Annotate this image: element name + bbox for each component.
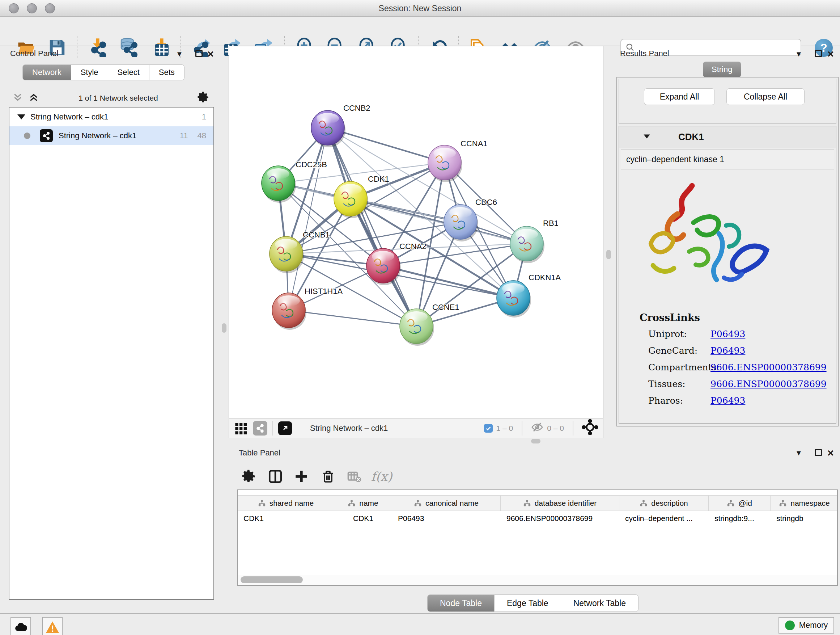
network-edge[interactable] — [289, 310, 416, 326]
crosslink-link[interactable]: P06493 — [711, 345, 745, 356]
table-cell[interactable]: CDK1 — [334, 511, 392, 526]
expand-all-button[interactable]: Expand All — [644, 88, 715, 105]
network-options-gear-icon[interactable] — [197, 91, 210, 105]
tab-string[interactable]: String — [703, 62, 741, 78]
column-header-name[interactable]: name — [334, 496, 392, 511]
node-table[interactable]: shared namenamecanonical namedatabase id… — [237, 489, 838, 586]
main-toolbar: ? — [0, 17, 840, 46]
tab-network-table[interactable]: Network Table — [561, 594, 638, 612]
results-panel-close-icon[interactable]: ✕ — [827, 49, 834, 59]
cloud-status-button[interactable] — [11, 617, 31, 635]
birds-eye-view-icon[interactable] — [234, 421, 248, 435]
table-hscrollbar[interactable] — [238, 575, 837, 585]
crosslink-link[interactable]: 9606.ENSP00000378699 — [711, 362, 827, 372]
protein-structure-image — [635, 179, 776, 313]
table-panel-float-icon[interactable] — [815, 449, 822, 456]
import-table-icon[interactable] — [151, 36, 173, 59]
tab-node-table[interactable]: Node Table — [427, 594, 494, 612]
crosslink-label: Compartments: — [648, 362, 720, 372]
node-label-CDC25B: CDC25B — [295, 160, 327, 169]
tab-select[interactable]: Select — [108, 65, 149, 80]
graph-view-icon[interactable] — [253, 421, 267, 435]
open-in-new-window-icon[interactable] — [278, 421, 292, 435]
network-edge[interactable] — [328, 128, 445, 163]
import-database-icon[interactable] — [117, 36, 139, 59]
crosslinks-title: CrossLinks — [639, 312, 700, 323]
table-cell[interactable]: stringdb — [771, 511, 838, 526]
control-panel-close-icon[interactable]: ✕ — [207, 49, 214, 59]
delete-column-trash-icon[interactable] — [317, 466, 339, 486]
warning-icon — [45, 620, 60, 635]
column-header-namespace[interactable]: namespace — [771, 496, 838, 511]
network-row[interactable]: String Network – cdk1 11 48 — [9, 126, 213, 145]
cloud-icon — [14, 620, 28, 635]
table-panel-title: Table Panel — [239, 448, 280, 458]
tab-style[interactable]: Style — [71, 65, 108, 80]
tab-sets[interactable]: Sets — [149, 65, 185, 80]
column-header-canonicalname[interactable]: canonical name — [392, 496, 501, 511]
network-node-CDC25B[interactable] — [262, 166, 296, 203]
warning-status-button[interactable] — [42, 617, 63, 635]
show-columns-icon[interactable] — [265, 466, 286, 486]
network-node-CCNE1[interactable] — [400, 309, 434, 346]
node-label-CDKN1A: CDKN1A — [529, 273, 561, 282]
network-collection-row[interactable]: String Network – cdk1 1 — [9, 108, 213, 126]
network-node-CCNB2[interactable] — [311, 111, 346, 147]
protein-caret-icon[interactable] — [642, 132, 652, 143]
bottom-splitter-handle[interactable] — [531, 439, 540, 443]
network-view-title: String Network – cdk1 — [310, 424, 388, 433]
string-network-graph[interactable]: CCNB2CCNA1CDC25BCDK1CDC6RB1CCNB1CCNA2CDK… — [229, 46, 603, 418]
node-label-RB1: RB1 — [543, 219, 559, 228]
network-node-CDC6[interactable] — [444, 204, 478, 241]
table-hscrollbar-thumb[interactable] — [240, 576, 303, 583]
network-edge[interactable] — [328, 128, 416, 326]
network-canvas[interactable]: CCNB2CCNA1CDC25BCDK1CDC6RB1CCNB1CCNA2CDK… — [229, 46, 603, 418]
results-panel-menu-icon[interactable]: ▼ — [795, 50, 802, 58]
title-bar[interactable]: Session: New Session — [0, 0, 840, 17]
network-node-HIST1H1A[interactable] — [272, 293, 306, 330]
fit-content-crosshair-icon[interactable] — [582, 419, 598, 437]
network-edge[interactable] — [289, 128, 328, 310]
table-panel-menu-icon[interactable]: ▼ — [795, 449, 802, 457]
network-node-CCNA1[interactable] — [428, 145, 462, 182]
node-label-CCNE1: CCNE1 — [432, 302, 459, 312]
expand-all-chevron-icon[interactable] — [28, 92, 39, 105]
column-header-id[interactable]: @id — [709, 496, 771, 511]
crosslink-label: Tissues: — [648, 379, 685, 389]
collapse-all-chevron-icon[interactable] — [12, 92, 23, 105]
control-panel-menu-icon[interactable]: ▼ — [176, 50, 183, 58]
results-panel-float-icon[interactable] — [815, 50, 822, 57]
collapse-all-button[interactable]: Collapse All — [726, 88, 805, 105]
protein-description: cyclin–dependent kinase 1 — [621, 149, 834, 169]
crosslink-link[interactable]: P06493 — [711, 329, 745, 339]
network-node-RB1[interactable] — [510, 226, 545, 263]
create-column-plus-icon[interactable] — [291, 466, 312, 486]
network-node-CDKN1A[interactable] — [497, 280, 531, 318]
table-cell[interactable]: 9606.ENSP00000378699 — [501, 511, 619, 526]
selected-node-edge-counts: 1 – 0 — [496, 424, 513, 432]
tab-network[interactable]: Network — [22, 65, 71, 80]
crosslink-link[interactable]: P06493 — [711, 395, 745, 406]
table-cell[interactable]: CDK1 — [238, 511, 334, 526]
table-panel-close-icon[interactable]: ✕ — [827, 448, 834, 458]
results-panel-title: Results Panel — [620, 49, 669, 58]
table-cell[interactable]: P06493 — [392, 511, 501, 526]
left-splitter-handle[interactable] — [222, 323, 226, 333]
table-settings-gear-icon[interactable] — [239, 466, 260, 486]
collection-caret-icon[interactable] — [17, 114, 25, 119]
memory-button[interactable]: Memory — [778, 617, 834, 633]
protein-section-header[interactable]: CDK1 — [619, 126, 836, 148]
right-splitter-handle[interactable] — [606, 250, 611, 259]
control-panel-float-icon[interactable] — [195, 50, 202, 57]
selected-checkbox-icon[interactable] — [484, 424, 493, 432]
tab-edge-table[interactable]: Edge Table — [494, 594, 561, 612]
column-header-description[interactable]: description — [619, 496, 709, 511]
network-node-CDK1[interactable] — [334, 181, 368, 218]
memory-label: Memory — [799, 621, 828, 630]
import-network-icon[interactable] — [87, 36, 109, 59]
table-cell[interactable]: stringdb:9... — [709, 511, 771, 526]
column-header-sharedname[interactable]: shared name — [238, 496, 334, 511]
column-header-databaseidentifier[interactable]: database identifier — [501, 496, 619, 511]
crosslink-link[interactable]: 9606.ENSP00000378699 — [711, 379, 827, 389]
table-cell[interactable]: cyclin–dependent ... — [619, 511, 709, 526]
